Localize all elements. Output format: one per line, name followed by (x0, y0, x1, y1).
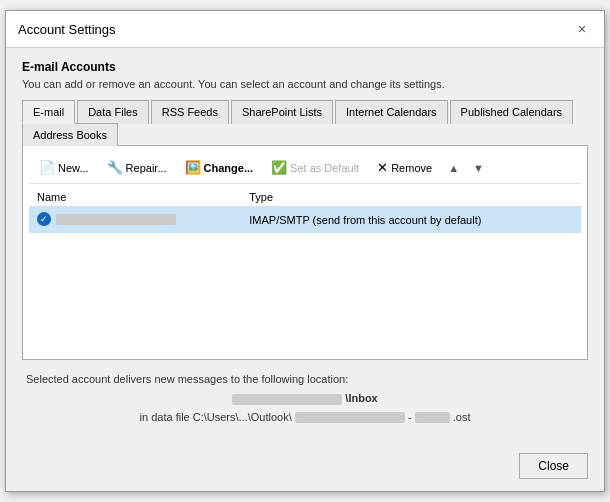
tab-rss-feeds[interactable]: RSS Feeds (151, 100, 229, 124)
change-icon: 🖼️ (185, 160, 201, 175)
footer-info: Selected account delivers new messages t… (22, 360, 588, 432)
account-email-blurred (56, 214, 176, 225)
account-type-cell: IMAP/SMTP (send from this account by def… (241, 207, 581, 234)
new-button[interactable]: 📄 New... (31, 156, 97, 179)
dialog-title: Account Settings (18, 22, 116, 37)
inbox-email-blurred (232, 394, 342, 405)
repair-label: Repair... (126, 162, 167, 174)
tabs-container: E-mail Data Files RSS Feeds SharePoint L… (22, 100, 588, 146)
email-tab-content: 📄 New... 🔧 Repair... 🖼️ Change... ✅ Set … (22, 146, 588, 360)
change-button[interactable]: 🖼️ Change... (177, 156, 262, 179)
remove-button[interactable]: ✕ Remove (369, 156, 440, 179)
tab-internet-calendars[interactable]: Internet Calendars (335, 100, 448, 124)
set-default-icon: ✅ (271, 160, 287, 175)
datafile-email-blurred (295, 412, 405, 423)
tab-published-calendars[interactable]: Published Calendars (450, 100, 574, 124)
repair-button[interactable]: 🔧 Repair... (99, 156, 175, 179)
window-close-button[interactable]: × (572, 19, 592, 39)
accounts-table: Name Type IMAP/SMTP (send (29, 188, 581, 233)
footer-description: Selected account delivers new messages t… (26, 370, 584, 389)
account-name (37, 212, 176, 226)
tab-email[interactable]: E-mail (22, 100, 75, 124)
account-check-icon (37, 212, 51, 226)
dialog-footer: Close (6, 445, 604, 491)
tab-address-books[interactable]: Address Books (22, 123, 118, 146)
change-label: Change... (204, 162, 254, 174)
inbox-location-line: \Inbox (26, 389, 584, 408)
title-bar: Account Settings × (6, 11, 604, 48)
datafile-suffix-blurred (415, 412, 450, 423)
tab-data-files[interactable]: Data Files (77, 100, 149, 124)
col-name-header: Name (29, 188, 241, 207)
new-label: New... (58, 162, 89, 174)
remove-label: Remove (391, 162, 432, 174)
account-settings-dialog: Account Settings × E-mail Accounts You c… (5, 10, 605, 491)
new-icon: 📄 (39, 160, 55, 175)
table-row[interactable]: IMAP/SMTP (send from this account by def… (29, 207, 581, 234)
inbox-suffix: \Inbox (345, 392, 377, 404)
dialog-body: E-mail Accounts You can add or remove an… (6, 48, 604, 444)
move-up-button[interactable]: ▲ (442, 158, 465, 178)
datafile-end: .ost (453, 411, 471, 423)
table-empty-space (29, 233, 581, 353)
set-default-button[interactable]: ✅ Set as Default (263, 156, 367, 179)
move-down-button[interactable]: ▼ (467, 158, 490, 178)
repair-icon: 🔧 (107, 160, 123, 175)
datafile-prefix: in data file C:\Users\...\Outlook\ (140, 411, 292, 423)
datafile-location-line: in data file C:\Users\...\Outlook\ - .os… (26, 408, 584, 427)
account-name-cell (29, 207, 241, 234)
datafile-dash: - (408, 411, 415, 423)
col-type-header: Type (241, 188, 581, 207)
account-toolbar: 📄 New... 🔧 Repair... 🖼️ Change... ✅ Set … (29, 152, 581, 184)
section-title: E-mail Accounts (22, 60, 588, 74)
set-default-label: Set as Default (290, 162, 359, 174)
section-description: You can add or remove an account. You ca… (22, 78, 588, 90)
remove-icon: ✕ (377, 160, 388, 175)
tab-sharepoint-lists[interactable]: SharePoint Lists (231, 100, 333, 124)
close-dialog-button[interactable]: Close (519, 453, 588, 479)
